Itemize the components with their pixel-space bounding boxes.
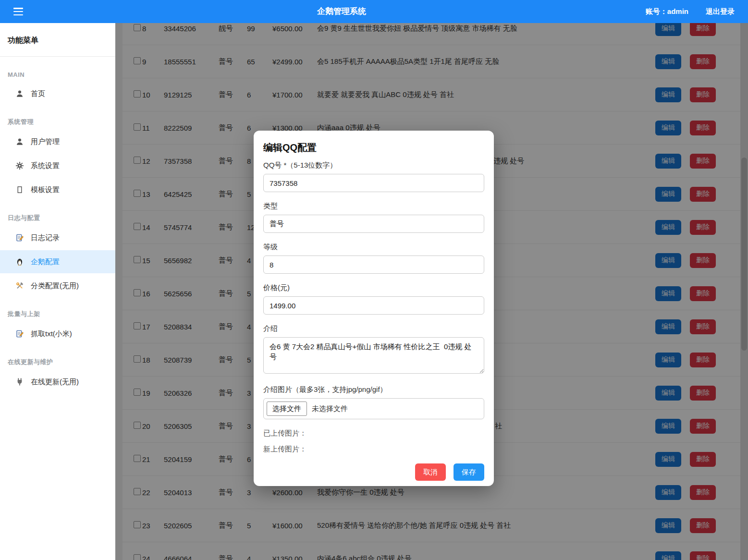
sidebar-nav: MAIN首页系统管理用户管理系统设置模板设置日志与配置日志记录企鹅配置分类配置(… <box>0 57 115 393</box>
desc-label: 介绍 <box>263 323 484 333</box>
template-icon <box>15 185 24 194</box>
sidebar-item-label: 系统设置 <box>31 161 60 170</box>
save-button[interactable]: 保存 <box>454 463 484 481</box>
sidebar-item-user-management[interactable]: 用户管理 <box>0 130 115 153</box>
sidebar-item-label: 首页 <box>31 89 45 98</box>
sidebar: 功能菜单 MAIN首页系统管理用户管理系统设置模板设置日志与配置日志记录企鹅配置… <box>0 23 115 560</box>
sidebar-item-log-records[interactable]: 日志记录 <box>0 226 115 249</box>
price-input[interactable] <box>263 296 484 315</box>
penguin-icon <box>15 257 24 266</box>
sidebar-section-label: 在线更新与维护 <box>8 358 108 366</box>
images-label: 介绍图片（最多3张，支持jpg/png/gif） <box>263 384 484 394</box>
gear-icon <box>15 161 24 170</box>
plug-icon <box>15 377 24 386</box>
topbar-right: 账号：admin 退出登录 <box>646 0 735 23</box>
uploaded-images-label: 已上传图片： <box>263 429 484 438</box>
level-label: 等级 <box>263 242 484 252</box>
user-icon <box>15 89 24 98</box>
sidebar-item-label: 在线更新(无用) <box>31 377 79 387</box>
user-icon <box>15 137 24 146</box>
image-file-input: 选择文件 未选择文件 <box>263 398 484 419</box>
sidebar-item-home[interactable]: 首页 <box>0 82 115 105</box>
new-upload-images-label: 新上传图片： <box>263 445 484 454</box>
level-input[interactable] <box>263 256 484 274</box>
sidebar-item-label: 抓取txt(小米) <box>31 329 72 339</box>
sidebar-section: MAIN首页 <box>0 71 115 105</box>
app-title: 企鹅管理系统 <box>317 0 366 23</box>
modal-title: 编辑QQ配置 <box>263 141 484 154</box>
sidebar-item-grab-txt[interactable]: 抓取txt(小米) <box>0 322 115 345</box>
account-label: 账号：admin <box>646 7 688 16</box>
qq-label: QQ号 *（5-13位数字） <box>263 160 484 170</box>
sidebar-item-label: 分类配置(无用) <box>31 281 79 291</box>
choose-file-button[interactable]: 选择文件 <box>267 402 307 416</box>
memo-icon <box>15 329 24 338</box>
cancel-button[interactable]: 取消 <box>415 463 446 481</box>
modal-footer: 取消 保存 <box>263 463 484 481</box>
tools-icon <box>15 281 24 290</box>
sidebar-item-online-update[interactable]: 在线更新(无用) <box>0 370 115 393</box>
sidebar-heading: 功能菜单 <box>0 23 115 57</box>
sidebar-item-penguin-config[interactable]: 企鹅配置 <box>0 250 115 273</box>
sidebar-item-label: 模板设置 <box>31 185 60 195</box>
sidebar-section: 批量与上架抓取txt(小米) <box>0 310 115 345</box>
sidebar-section-label: 批量与上架 <box>8 310 108 318</box>
sidebar-section-label: MAIN <box>8 71 108 78</box>
top-bar: 企鹅管理系统 账号：admin 退出登录 <box>0 0 748 23</box>
sidebar-item-template-settings[interactable]: 模板设置 <box>0 178 115 201</box>
sidebar-item-system-settings[interactable]: 系统设置 <box>0 154 115 177</box>
sidebar-section-label: 系统管理 <box>8 118 108 126</box>
sidebar-section: 在线更新与维护在线更新(无用) <box>0 358 115 393</box>
desc-textarea[interactable]: 会6 黄 7大会2 精品真山号+假山 市场稀有 性价比之王 0违规 处号 <box>263 337 484 374</box>
sidebar-item-label: 用户管理 <box>31 137 60 146</box>
sidebar-item-label: 企鹅配置 <box>31 257 60 267</box>
edit-qq-modal: 编辑QQ配置 QQ号 *（5-13位数字） 类型 等级 价格(元) 介绍 会6 … <box>254 131 494 486</box>
sidebar-item-category-config[interactable]: 分类配置(无用) <box>0 274 115 297</box>
qq-input[interactable] <box>263 174 484 192</box>
menu-icon[interactable] <box>13 8 24 15</box>
sidebar-section-label: 日志与配置 <box>8 214 108 222</box>
sidebar-section: 系统管理用户管理系统设置模板设置 <box>0 118 115 201</box>
memo-icon <box>15 233 24 242</box>
sidebar-item-label: 日志记录 <box>31 233 60 243</box>
type-input[interactable] <box>263 215 484 233</box>
type-label: 类型 <box>263 201 484 211</box>
price-label: 价格(元) <box>263 282 484 292</box>
no-file-text: 未选择文件 <box>312 404 348 414</box>
logout-button[interactable]: 退出登录 <box>706 7 735 16</box>
sidebar-section: 日志与配置日志记录企鹅配置分类配置(无用) <box>0 214 115 297</box>
